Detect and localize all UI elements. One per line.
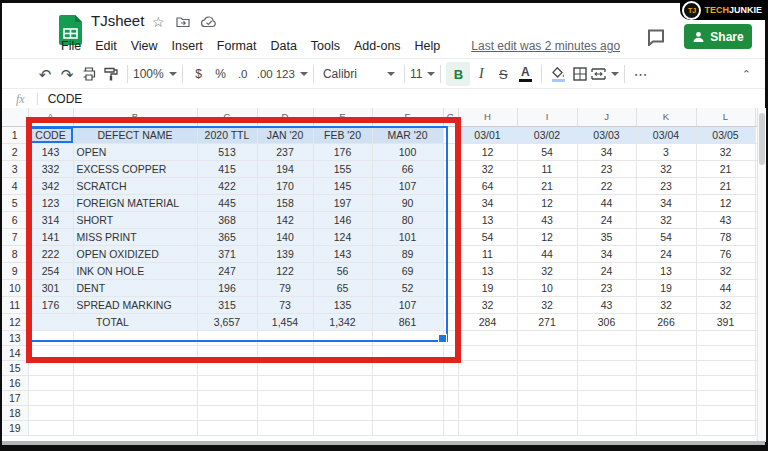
cell-G18[interactable] [443, 405, 458, 420]
comment-history-icon[interactable] [647, 29, 665, 46]
row-header-5[interactable]: 5 [2, 194, 28, 211]
row-header-12[interactable]: 12 [2, 313, 28, 330]
cell-K8[interactable]: 24 [636, 245, 696, 262]
cell-F11[interactable]: 107 [372, 296, 443, 313]
cell-G15[interactable] [443, 360, 458, 375]
cell-G16[interactable] [443, 375, 458, 390]
cell-E3[interactable]: 155 [313, 160, 372, 177]
cell-K6[interactable]: 32 [636, 211, 696, 228]
cloud-saved-icon[interactable] [201, 16, 217, 28]
menu-add-ons[interactable]: Add-ons [347, 36, 408, 56]
cell-K16[interactable] [636, 375, 696, 390]
row-header-17[interactable]: 17 [2, 390, 28, 405]
cell-C13[interactable] [197, 330, 257, 345]
cell-I12[interactable]: 271 [517, 313, 577, 330]
cell-C6[interactable]: 368 [197, 211, 257, 228]
cell-J17[interactable] [577, 390, 636, 405]
cell-D17[interactable] [257, 390, 313, 405]
cell-H17[interactable] [458, 390, 517, 405]
cell-C16[interactable] [197, 375, 257, 390]
cell-F16[interactable] [372, 375, 443, 390]
cell-H18[interactable] [458, 405, 517, 420]
cell-A12-merged[interactable]: TOTAL [28, 313, 197, 330]
cell-C14[interactable] [197, 345, 257, 360]
cell-I16[interactable] [517, 375, 577, 390]
column-header-I[interactable]: I [517, 108, 577, 126]
cell-G3[interactable] [443, 160, 458, 177]
cell-L4[interactable]: 21 [696, 177, 755, 194]
cell-E5[interactable]: 197 [313, 194, 372, 211]
cell-D6[interactable]: 142 [257, 211, 313, 228]
cell-G8[interactable] [443, 245, 458, 262]
cell-B1[interactable]: DEFECT NAME [73, 126, 197, 143]
cell-C15[interactable] [197, 360, 257, 375]
cell-H9[interactable]: 13 [458, 262, 517, 279]
cell-A9[interactable]: 254 [28, 262, 73, 279]
cell-B14[interactable] [73, 345, 197, 360]
cell-E6[interactable]: 146 [313, 211, 372, 228]
cell-I17[interactable] [517, 390, 577, 405]
cell-C1[interactable]: 2020 TTL [197, 126, 257, 143]
cell-E7[interactable]: 124 [313, 228, 372, 245]
cell-J14[interactable] [577, 345, 636, 360]
cell-L17[interactable] [696, 390, 755, 405]
cell-J5[interactable]: 44 [577, 194, 636, 211]
cell-K1[interactable]: 03/04 [636, 126, 696, 143]
cell-F13[interactable] [372, 330, 443, 345]
row-header-10[interactable]: 10 [2, 279, 28, 296]
cell-A2[interactable]: 143 [28, 143, 73, 160]
cell-H12[interactable]: 284 [458, 313, 517, 330]
cell-H19[interactable] [458, 420, 517, 435]
star-icon[interactable]: ☆ [152, 15, 165, 29]
font-select[interactable]: Calibri [319, 62, 399, 86]
cell-L10[interactable]: 44 [696, 279, 755, 296]
cell-G9[interactable] [443, 262, 458, 279]
select-all-corner[interactable] [2, 108, 28, 126]
cell-L8[interactable]: 76 [696, 245, 755, 262]
cell-C11[interactable]: 315 [197, 296, 257, 313]
cell-G4[interactable] [443, 177, 458, 194]
cell-F7[interactable]: 101 [372, 228, 443, 245]
cell-J15[interactable] [577, 360, 636, 375]
strikethrough-button[interactable]: S [492, 62, 514, 86]
column-header-D[interactable]: D [257, 108, 313, 126]
cell-G1[interactable] [443, 126, 458, 143]
cell-A17[interactable] [28, 390, 73, 405]
menu-insert[interactable]: Insert [165, 36, 210, 56]
move-to-folder-icon[interactable] [176, 16, 190, 28]
cell-H16[interactable] [458, 375, 517, 390]
cell-B9[interactable]: INK ON HOLE [73, 262, 197, 279]
cell-D2[interactable]: 237 [257, 143, 313, 160]
borders-button[interactable] [569, 62, 591, 86]
row-header-14[interactable]: 14 [2, 345, 28, 360]
cell-E16[interactable] [313, 375, 372, 390]
cell-G17[interactable] [443, 390, 458, 405]
row-header-11[interactable]: 11 [2, 296, 28, 313]
column-header-C[interactable]: C [197, 108, 257, 126]
column-header-G[interactable]: G [443, 108, 458, 126]
cell-K15[interactable] [636, 360, 696, 375]
column-header-L[interactable]: L [696, 108, 755, 126]
row-header-8[interactable]: 8 [2, 245, 28, 262]
cell-A5[interactable]: 123 [28, 194, 73, 211]
cell-H2[interactable]: 12 [458, 143, 517, 160]
column-header-A[interactable]: A [28, 108, 73, 126]
cell-A6[interactable]: 314 [28, 211, 73, 228]
menu-file[interactable]: File [54, 36, 88, 56]
cell-E15[interactable] [313, 360, 372, 375]
cell-E9[interactable]: 56 [313, 262, 372, 279]
cell-L11[interactable]: 32 [696, 296, 755, 313]
cell-K13[interactable] [636, 330, 696, 345]
cell-C12[interactable]: 3,657 [197, 313, 257, 330]
zoom-select[interactable]: 100% [133, 62, 177, 86]
cell-D4[interactable]: 170 [257, 177, 313, 194]
cell-D15[interactable] [257, 360, 313, 375]
cell-C9[interactable]: 247 [197, 262, 257, 279]
paint-format-button[interactable] [100, 62, 122, 86]
row-header-9[interactable]: 9 [2, 262, 28, 279]
cell-A4[interactable]: 342 [28, 177, 73, 194]
cell-H3[interactable]: 32 [458, 160, 517, 177]
menu-help[interactable]: Help [408, 36, 448, 56]
cell-I18[interactable] [517, 405, 577, 420]
cell-I14[interactable] [517, 345, 577, 360]
